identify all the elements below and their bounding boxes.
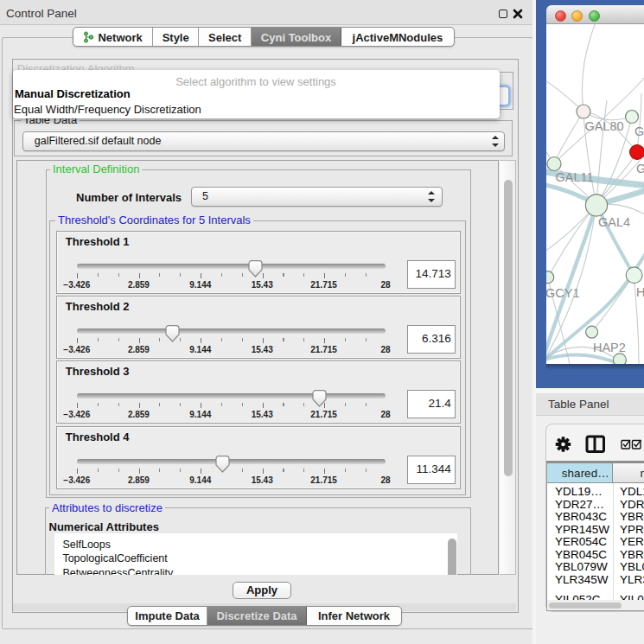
svg-text:G: G bbox=[636, 162, 644, 175]
svg-text:GCY1: GCY1 bbox=[546, 286, 579, 300]
svg-text:HI: HI bbox=[636, 285, 644, 299]
svg-text:HAP2: HAP2 bbox=[593, 341, 626, 354]
svg-text:GA: GA bbox=[634, 125, 644, 139]
svg-text:GAL11: GAL11 bbox=[555, 170, 593, 184]
svg-text:GAL80: GAL80 bbox=[584, 120, 623, 134]
svg-text:GAL4: GAL4 bbox=[598, 215, 630, 229]
